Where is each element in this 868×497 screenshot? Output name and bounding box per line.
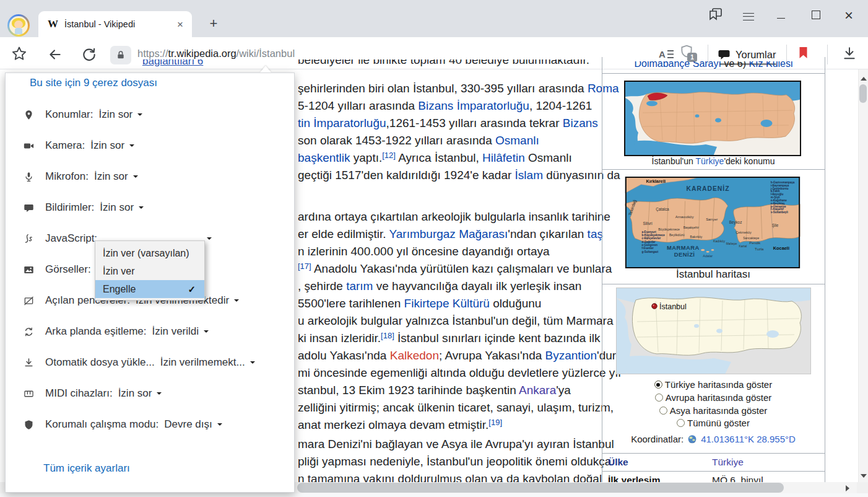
chevron-down-icon[interactable]: [250, 361, 255, 366]
permission-value[interactable]: Devre dışı: [164, 418, 212, 431]
article-link[interactable]: taş: [588, 227, 603, 240]
chevron-down-icon[interactable]: [157, 392, 162, 397]
article-link[interactable]: Yarımburgaz Mağarası: [389, 227, 508, 240]
article-text: er elde edilmiştir.: [298, 227, 389, 240]
article-link[interactable]: Bizans İmparatorluğu: [418, 99, 529, 112]
article-red-link[interactable]: Kalkedon: [390, 349, 439, 362]
citation-link[interactable]: [17]: [298, 262, 311, 271]
vertical-scrollbar-thumb[interactable]: [859, 84, 867, 103]
chevron-down-icon[interactable]: [217, 423, 222, 428]
coordinates-link[interactable]: 41.013611°K 28.955°D: [701, 434, 796, 444]
permission-value[interactable]: İzin verildi: [152, 325, 199, 338]
immersive-reader-icon[interactable]: A: [658, 46, 676, 63]
dropdown-option[interactable]: İzin ver: [95, 262, 204, 280]
permission-row-sync[interactable]: Arka planda eşitleme:İzin verildi: [24, 324, 209, 339]
map-radio-option[interactable]: Avrupa haritasında göster: [602, 392, 825, 403]
article-text: mara Denizi'ni bağlayan ve Asya ile Avru…: [298, 438, 614, 451]
article-link[interactable]: Bizans: [563, 117, 598, 130]
close-tab-icon[interactable]: ×: [175, 18, 186, 31]
close-window-icon[interactable]: ×: [844, 8, 853, 23]
article-link[interactable]: tarım: [346, 279, 373, 292]
chevron-down-icon[interactable]: [133, 175, 138, 180]
permission-row-notifications[interactable]: Bildirimler:İzin sor: [24, 200, 144, 215]
downloads-icon[interactable]: [842, 46, 857, 63]
scroll-up-arrow[interactable]: [861, 74, 867, 81]
sync-icon: [24, 325, 36, 338]
chevron-down-icon[interactable]: [129, 144, 134, 149]
chevron-down-icon[interactable]: [139, 206, 144, 211]
radio-icon[interactable]: [659, 407, 667, 415]
map-radio-option[interactable]: Asya haritasında göster: [602, 405, 825, 416]
infobox-caption-link[interactable]: Dolmabahçe Sarayı: [634, 61, 721, 69]
article-link[interactable]: Roma: [588, 82, 619, 95]
permission-row-midi[interactable]: MIDI cihazları:İzin sor: [24, 386, 162, 401]
table-row-value[interactable]: Türkiye: [712, 457, 744, 468]
map-radio-option[interactable]: Türkiye haritasında göster: [602, 379, 825, 390]
cookies-in-use-link[interactable]: Bu site için 9 çerez dosyası: [24, 77, 157, 89]
radio-selected-icon[interactable]: [654, 380, 662, 389]
turkiye-link[interactable]: Türkiye: [695, 156, 724, 166]
permission-row-shield[interactable]: Korumalı çalışma modu:Devre dışı: [24, 417, 222, 432]
article-link[interactable]: Hilâfetin: [482, 151, 525, 164]
dropdown-option[interactable]: Engelle✓: [95, 280, 204, 298]
infobox-caption-link[interactable]: Kız Kulesi: [749, 61, 792, 69]
chevron-down-icon[interactable]: [137, 113, 142, 118]
microphone-icon: [24, 170, 36, 183]
article-link[interactable]: tin İmparatorluğu: [298, 117, 386, 130]
permission-row-microphone[interactable]: Mikrofon:İzin sor: [24, 169, 138, 184]
article-link[interactable]: Byzantion: [545, 349, 597, 362]
article-link[interactable]: Osmanlı: [495, 134, 539, 147]
globe-icon[interactable]: [687, 434, 697, 444]
citation-link[interactable]: [18]: [381, 331, 394, 340]
infobox-separator: [602, 284, 825, 284]
permission-value[interactable]: İzin verilmemekt...: [160, 356, 245, 369]
collections-icon[interactable]: [708, 7, 723, 24]
citation-link[interactable]: [19]: [488, 418, 502, 427]
permission-value[interactable]: İzin sor: [118, 387, 152, 400]
profile-avatar[interactable]: [7, 14, 30, 37]
permission-row-images[interactable]: Görseller:: [24, 262, 97, 277]
article-text: pliği yapması nedeniyle, İstanbul'un jeo…: [298, 455, 611, 468]
chevron-down-icon[interactable]: [204, 330, 209, 335]
horizontal-scrollbar-thumb[interactable]: [297, 483, 784, 493]
minimize-icon[interactable]: [777, 18, 785, 19]
istanbul-pushpin-map[interactable]: İstanbul: [616, 288, 811, 374]
permission-row-location[interactable]: Konumlar:İzin sor: [24, 107, 142, 122]
article-link[interactable]: Fikirtepe Kültürü: [404, 297, 490, 310]
permission-value[interactable]: İzin sor: [94, 170, 128, 183]
table-row-label[interactable]: Ülke: [608, 457, 628, 468]
scroll-down-arrow[interactable]: [861, 474, 867, 481]
all-content-settings-link[interactable]: Tüm içerik ayarları: [43, 462, 130, 475]
new-tab-button[interactable]: +: [206, 15, 222, 32]
coordinates-label: Koordinatlar:: [631, 434, 684, 444]
permission-value[interactable]: İzin sor: [90, 139, 124, 152]
dropdown-option[interactable]: İzin ver (varsayılan): [95, 244, 204, 262]
chevron-down-icon[interactable]: [234, 299, 239, 304]
article-link-visited[interactable]: Ankara: [519, 384, 556, 397]
article-link[interactable]: başkentlik: [298, 151, 350, 164]
permission-row-camera[interactable]: Kamera:İzin sor: [24, 138, 134, 153]
map-label: e-Güngören: [642, 244, 658, 247]
istanbul-district-map[interactable]: KARADENİZMARMARADENİZİKırklareliKocaeliT…: [624, 177, 801, 268]
chevron-down-icon[interactable]: [207, 237, 212, 242]
turkey-location-map[interactable]: [624, 81, 801, 156]
maximize-icon[interactable]: [812, 11, 820, 19]
popups-icon: [24, 294, 36, 307]
vertical-scrollbar[interactable]: [858, 69, 868, 482]
permission-value[interactable]: İzin sor: [98, 108, 132, 121]
map-radio-option[interactable]: Tümünü göster: [602, 418, 825, 428]
menu-icon[interactable]: [743, 10, 754, 23]
map-label: a-Esenyurt: [642, 231, 657, 234]
permission-label: Otomatik dosya yükle...: [45, 356, 155, 369]
citation-link[interactable]: [12]: [382, 151, 396, 160]
permission-value[interactable]: İzin sor: [100, 201, 134, 214]
browser-tab[interactable]: W İstanbul - Vikipedi ×: [38, 11, 192, 37]
scroll-right-arrow[interactable]: [846, 485, 853, 491]
permission-row-autodownload[interactable]: Otomatik dosya yükle...İzin verilmemekt.…: [24, 355, 255, 370]
favorite-bookmark-icon[interactable]: [799, 46, 808, 61]
article-link[interactable]: İslam: [515, 169, 543, 182]
article-text: şehirlerinden biri olan İstanbul, 330-39…: [298, 82, 588, 95]
clipped-link-fragment[interactable]: bağlantıları 6: [142, 59, 203, 68]
radio-icon[interactable]: [677, 419, 685, 427]
radio-icon[interactable]: [655, 394, 663, 402]
